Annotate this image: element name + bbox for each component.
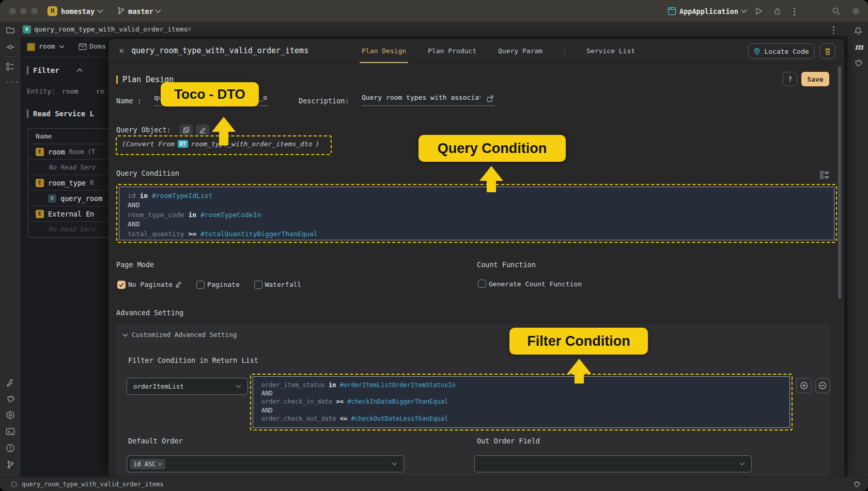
filter-condition-editor[interactable]: order_item_status in #orderItemListOrder… — [253, 376, 790, 428]
entity-type: R — [90, 175, 94, 191]
tab-close-icon[interactable]: × — [187, 25, 191, 33]
ai-chat-icon[interactable] — [854, 58, 863, 68]
page-mode-option[interactable]: Waterfall — [254, 281, 301, 289]
read-service-row[interactable]: No Read Serv — [28, 222, 109, 237]
commit-tool-icon[interactable] — [6, 42, 15, 52]
plan-file-icon: R — [23, 25, 31, 34]
run-config-selector[interactable]: AppApplication — [679, 7, 738, 16]
traffic-light-close[interactable] — [9, 8, 16, 14]
edit-query-object-button[interactable] — [196, 125, 209, 135]
read-service-row[interactable]: Eroom_typeR — [28, 175, 109, 191]
domain-tab[interactable]: Doma — [89, 42, 105, 50]
dialog-tab-service-list[interactable]: Service List — [586, 39, 635, 63]
query-condition-editor[interactable]: id in #roomTypeIdListANDroom_type_code i… — [119, 187, 834, 240]
progress-spinner-icon — [10, 481, 18, 488]
debug-button-icon[interactable] — [773, 7, 782, 16]
run-button-icon[interactable] — [754, 7, 763, 16]
services-tool-icon[interactable] — [6, 410, 15, 420]
description-field[interactable]: Query room types with associated va — [362, 94, 495, 106]
read-service-title: Read Service L — [33, 110, 94, 118]
dialog-tab-plan-design[interactable]: Plan Design — [362, 39, 406, 63]
more-tools-icon[interactable]: ··· — [6, 78, 19, 86]
edit-paginate-icon[interactable] — [175, 280, 182, 289]
checkbox[interactable] — [117, 281, 126, 289]
convert-object: room_type_with_order_items_dto — [191, 140, 313, 148]
remove-tag-icon[interactable]: × — [158, 461, 162, 468]
ai-assistant-tool-icon[interactable] — [6, 394, 15, 404]
help-button[interactable]: ? — [783, 72, 797, 86]
name-label: Name : — [116, 97, 142, 105]
traffic-light-zoom[interactable] — [31, 8, 38, 14]
count-function-option[interactable]: Generate Count Function — [478, 280, 582, 288]
dialog-tabs: Plan DesignPlan ProductQuery ParamServic… — [362, 39, 635, 63]
dialog-close-icon[interactable]: × — [119, 45, 124, 56]
entity-filter-value[interactable]: room — [62, 87, 78, 95]
ai-status-icon[interactable] — [853, 480, 861, 488]
code-token: #roomTypeCodeIn — [196, 211, 261, 219]
out-order-field-select[interactable] — [474, 455, 752, 472]
project-tool-icon[interactable] — [6, 25, 15, 35]
traffic-light-minimize[interactable] — [20, 8, 27, 14]
copy-button[interactable] — [179, 125, 193, 135]
entity-selector[interactable]: room — [39, 42, 55, 50]
callout-query-condition: Query Condition — [419, 135, 566, 162]
chevron-down-icon — [155, 9, 161, 13]
dialog-tab-query-param[interactable]: Query Param — [498, 39, 542, 63]
page-mode-option[interactable]: Paginate — [196, 281, 240, 289]
checkbox[interactable] — [254, 281, 262, 289]
expand-icon[interactable] — [487, 95, 494, 102]
problems-tool-icon[interactable] — [6, 443, 15, 453]
code-line: room_type_code in #roomTypeCodeIn — [128, 210, 826, 220]
code-token: total_quantity — [128, 230, 188, 238]
more-actions-icon[interactable] — [794, 8, 795, 16]
notifications-bell-icon[interactable] — [854, 26, 863, 35]
code-token: #checkInDateBiggerThanEqual — [344, 398, 448, 405]
status-message: query_room_type_with_valid_order_items — [22, 481, 164, 488]
query-condition-box: id in #roomTypeIdListANDroom_type_code i… — [116, 184, 837, 243]
filter-condition-label: Filter Condition in Return List — [128, 356, 258, 364]
checkbox[interactable] — [196, 281, 205, 289]
search-icon[interactable] — [832, 7, 841, 16]
delete-plan-button[interactable] — [820, 43, 835, 59]
order-tag[interactable]: id ASC × — [130, 459, 165, 469]
entity-selector-icon — [27, 43, 35, 51]
mellum-plugin-icon[interactable]: m — [855, 42, 863, 52]
remove-filter-button[interactable] — [815, 378, 830, 393]
chevron-up-icon[interactable] — [76, 68, 83, 72]
condition-list-icon[interactable] — [819, 170, 830, 180]
editor-tab[interactable]: query_room_type_with_valid_order_items — [34, 25, 188, 33]
run-config-icon — [668, 7, 676, 16]
page-mode-option[interactable]: No Paginate — [117, 280, 182, 289]
entity-badge: E — [36, 148, 44, 156]
save-button[interactable]: Save — [801, 72, 829, 86]
read-service-row[interactable]: No Read Serv — [28, 160, 109, 175]
code-token: #roomTypeIdList — [148, 192, 212, 200]
project-selector[interactable]: homestay — [61, 7, 95, 16]
dialog-scrollbar[interactable] — [838, 66, 841, 299]
collapse-chevron-icon[interactable] — [122, 333, 128, 337]
filter-field-select[interactable]: orderItemList — [127, 378, 248, 395]
read-service-section-header: Read Service L — [27, 110, 94, 118]
entity-filter-value-2[interactable]: ro — [96, 87, 104, 95]
filter-section-header[interactable]: Filter — [27, 66, 83, 74]
read-service-row[interactable]: EExternal En — [28, 206, 109, 222]
add-filter-button[interactable] — [796, 378, 812, 393]
structure-tool-icon[interactable] — [6, 62, 15, 71]
branch-selector[interactable]: master — [128, 7, 153, 16]
build-tool-icon[interactable] — [6, 378, 15, 388]
settings-gear-icon[interactable] — [851, 7, 860, 16]
editor-options-icon[interactable] — [833, 26, 834, 34]
default-order-select[interactable]: id ASC × — [127, 455, 404, 472]
code-token: <= — [340, 415, 347, 422]
locate-code-button[interactable]: Locate Code — [748, 43, 814, 59]
save-label: Save — [807, 75, 823, 83]
git-tool-icon[interactable] — [6, 460, 15, 469]
dialog-tab-plan-product[interactable]: Plan Product — [428, 39, 476, 63]
advanced-setting-label: Advanced Setting — [116, 309, 183, 317]
checkbox[interactable] — [478, 280, 486, 288]
read-service-row[interactable]: EroomRoom (T — [28, 144, 109, 160]
callout-arrow-up — [212, 117, 236, 145]
terminal-tool-icon[interactable] — [6, 427, 15, 436]
read-service-row[interactable]: Rquery_room — [28, 191, 109, 206]
customized-advanced-setting[interactable]: Customized Advanced Setting — [132, 331, 237, 339]
